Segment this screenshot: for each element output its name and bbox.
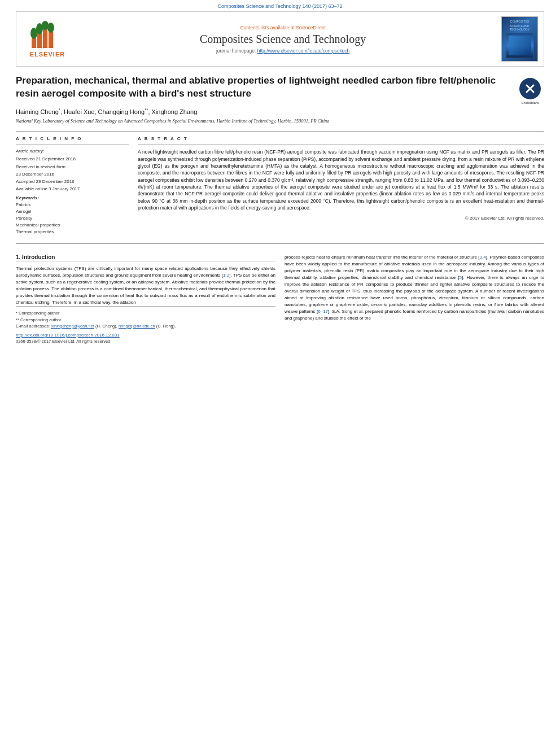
svg-rect-2 (43, 29, 47, 48)
info-divider (16, 145, 129, 145)
keyword-mechanical: Mechanical properties (16, 222, 129, 229)
email1-name: H. Cheng (97, 324, 115, 329)
article-info-label: A R T I C L E I N F O (16, 136, 129, 141)
journal-title: Composites Science and Technology (73, 33, 493, 46)
journal-header: ELSEVIER Contents lists available at Sci… (16, 11, 544, 67)
footnotes-area: * Corresponding author. ** Corresponding… (16, 306, 275, 344)
history-label: Article history: (16, 148, 129, 154)
intro-left-text: Thermal protection systems (TPS) are cri… (16, 265, 275, 306)
doi-link[interactable]: http://dx.doi.org/10.1016/j.compscitech.… (16, 333, 275, 338)
journal-cover-area: COMPOSITES SCIENCE AND TECHNOLOGY (493, 16, 538, 62)
svg-rect-1 (37, 33, 42, 48)
abstract-panel: A B S T R A C T A novel lightweight need… (138, 136, 544, 235)
title-text: Preparation, mechanical, thermal and abl… (16, 75, 496, 99)
keyword-fabrics: Fabrics (16, 202, 129, 208)
svg-rect-3 (49, 32, 53, 48)
history-online: Available online 3 January 2017 (16, 186, 129, 192)
body-top-divider (16, 243, 544, 244)
abstract-text: A novel lightweight needled carbon fibre… (138, 148, 544, 211)
header-divider (16, 131, 544, 132)
history-revised-date: 23 December 2016 (16, 171, 129, 177)
crossmark-badge[interactable]: CrossMark (516, 75, 544, 103)
keywords-label: Keywords: (16, 195, 129, 200)
body-left-col: 1. Introduction Thermal protection syste… (16, 254, 275, 344)
homepage-url[interactable]: http://www.elsevier.com/locate/compscite… (257, 48, 349, 54)
history-revised-label: Received in revised form (16, 164, 129, 170)
journal-reference: Composites Science and Technology 140 (2… (0, 0, 560, 11)
journal-homepage: journal homepage: http://www.elsevier.co… (73, 48, 493, 54)
introduction-section: 1. Introduction Thermal protection syste… (16, 254, 544, 344)
footnote-2: ** Corresponding author. (16, 317, 275, 323)
crossmark-icon: CrossMark (519, 78, 541, 99)
sciencedirect-name: ScienceDirect (296, 25, 325, 30)
article-title: Preparation, mechanical, thermal and abl… (16, 75, 544, 101)
body-right-col: process rejects heat to ensure minimum h… (285, 254, 544, 344)
email2-name: C. Hong (158, 324, 173, 329)
intro-heading: 1. Introduction (16, 254, 275, 262)
elsevier-branding: ELSEVIER (22, 21, 73, 58)
elsevier-logo-icon (30, 21, 64, 49)
intro-right-text: process rejects heat to ensure minimum h… (285, 254, 544, 322)
keyword-thermal: Thermal properties (16, 229, 129, 235)
abstract-divider (138, 145, 544, 145)
elsevier-name: ELSEVIER (30, 51, 65, 58)
email-footnote: E-mail addresses: luningcheng@yeah.net (… (16, 323, 275, 329)
intro-body-columns: 1. Introduction Thermal protection syste… (16, 254, 544, 344)
sciencedirect-link[interactable]: Contents lists available at ScienceDirec… (73, 25, 493, 30)
footnote-1: * Corresponding author. (16, 310, 275, 316)
abstract-label: A B S T R A C T (138, 136, 544, 141)
sciencedirect-prefix: Contents lists available at (240, 25, 296, 30)
authors-line: Haiming Cheng*, Huafei Xue, Changqing Ho… (16, 107, 544, 115)
crossmark-svg (523, 82, 537, 95)
keyword-aerogel: Aerogel (16, 208, 129, 215)
journal-cover-image: COMPOSITES SCIENCE AND TECHNOLOGY (501, 16, 538, 62)
journal-info: Contents lists available at ScienceDirec… (73, 25, 493, 54)
copyright: © 2017 Elsevier Ltd. All rights reserved… (138, 216, 544, 221)
history-received: Received 21 September 2016 (16, 156, 129, 162)
info-abstract-row: A R T I C L E I N F O Article history: R… (16, 136, 544, 235)
article-info-panel: A R T I C L E I N F O Article history: R… (16, 136, 129, 235)
svg-rect-0 (32, 38, 36, 48)
email-1[interactable]: luningcheng@yeah.net (51, 324, 94, 329)
keyword-porosity: Porosity (16, 215, 129, 222)
main-content: Preparation, mechanical, thermal and abl… (16, 67, 544, 344)
affiliation: National Key Laboratory of Science and T… (16, 118, 544, 125)
svg-point-7 (47, 23, 54, 33)
email-2[interactable]: hongcq@hit.edu.cn (119, 324, 155, 329)
issn-line: 0266-3538/© 2017 Elsevier Ltd. All right… (16, 339, 275, 344)
email-label: E-mail addresses: (16, 324, 50, 329)
history-accepted: Accepted 29 December 2016 (16, 178, 129, 185)
